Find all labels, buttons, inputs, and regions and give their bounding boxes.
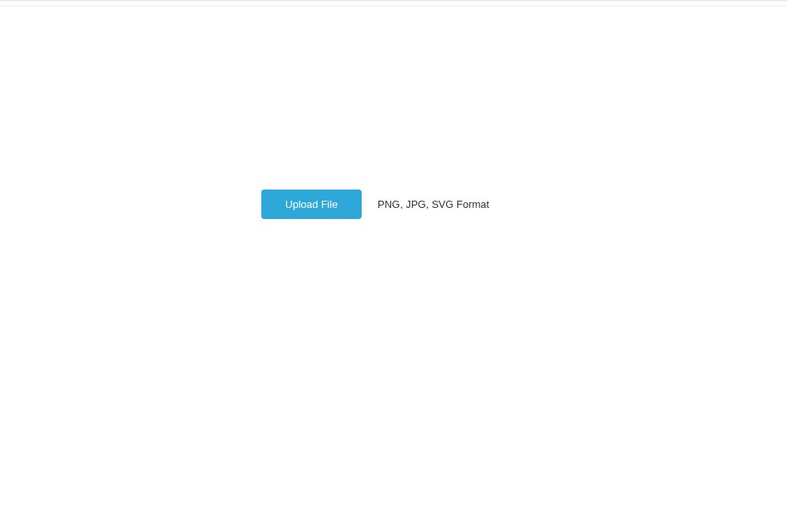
format-hint-text: PNG, JPG, SVG Format xyxy=(378,198,489,210)
upload-section: Upload File PNG, JPG, SVG Format xyxy=(261,190,489,219)
upload-file-button[interactable]: Upload File xyxy=(261,190,362,219)
top-divider xyxy=(0,0,787,2)
top-divider-inner xyxy=(0,6,787,6)
